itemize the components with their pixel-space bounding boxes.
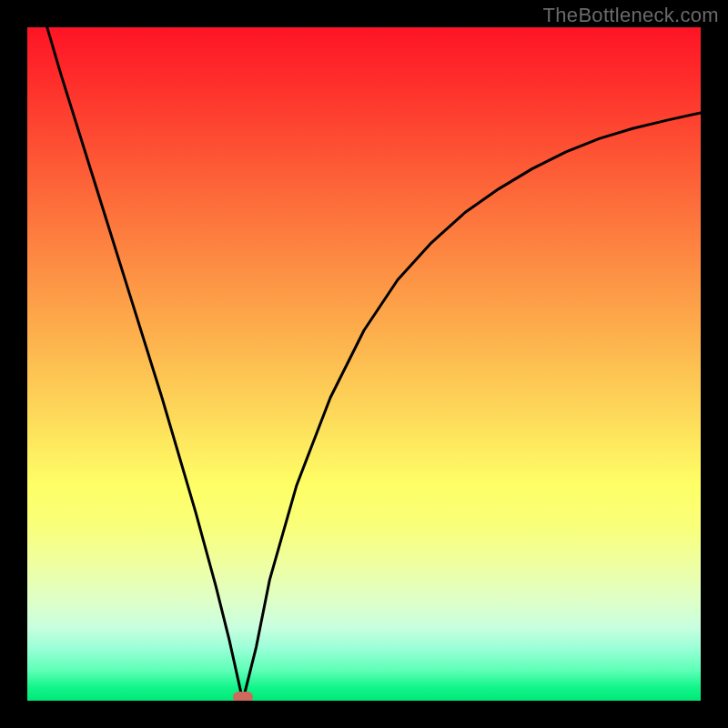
watermark-label: TheBottleneck.com [543, 4, 719, 27]
chart-frame: TheBottleneck.com [0, 0, 728, 728]
plot-area [27, 27, 701, 701]
bottleneck-curve [27, 27, 701, 701]
minimum-marker [233, 692, 253, 701]
